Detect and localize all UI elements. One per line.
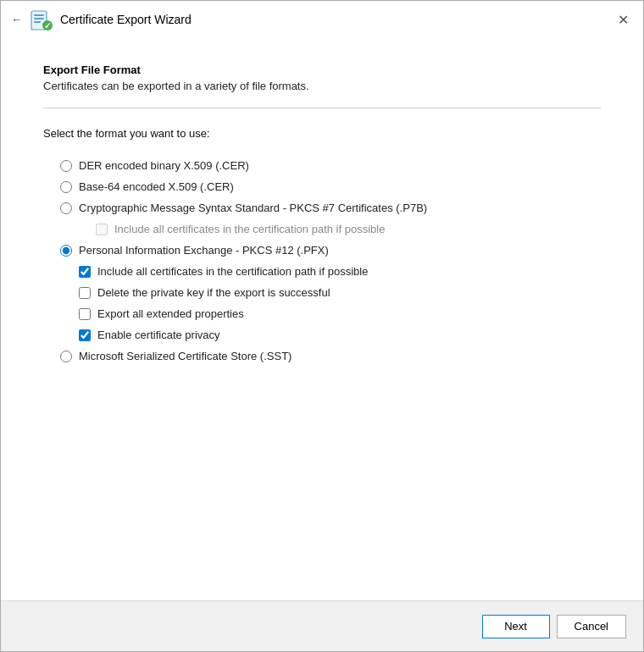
back-arrow-button[interactable]: ← — [11, 13, 23, 26]
checkbox-crypto-include-input — [96, 224, 108, 235]
divider — [43, 108, 601, 108]
svg-rect-2 — [34, 18, 44, 19]
checkbox-pfx-include-certs-input[interactable] — [79, 266, 91, 278]
cancel-button[interactable]: Cancel — [557, 615, 626, 638]
dialog-window: ← ✓ Certificate Export Wizard ✕ Export F… — [0, 0, 644, 652]
radio-der-label: DER encoded binary X.509 (.CER) — [79, 159, 249, 172]
svg-text:✓: ✓ — [44, 21, 51, 30]
radio-sst-label: Microsoft Serialized Certificate Store (… — [79, 350, 291, 362]
checkbox-pfx-include-certs-label: Include all certificates in the certific… — [97, 265, 368, 278]
checkbox-pfx-include-certs[interactable]: Include all certificates in the certific… — [79, 261, 601, 282]
checkbox-pfx-export-extended[interactable]: Export all extended properties — [79, 303, 601, 324]
radio-pfx-label: Personal Information Exchange - PKCS #12… — [79, 244, 329, 257]
radio-base64-label: Base-64 encoded X.509 (.CER) — [79, 180, 234, 193]
radio-pfx[interactable]: Personal Information Exchange - PKCS #12… — [43, 240, 601, 261]
wizard-icon: ✓ — [30, 8, 53, 31]
section-title: Export File Format — [43, 64, 601, 76]
checkbox-crypto-include[interactable]: Include all certificates in the certific… — [96, 218, 601, 240]
checkbox-pfx-delete-key-label: Delete the private key if the export is … — [97, 286, 330, 299]
checkbox-pfx-enable-privacy-input[interactable] — [79, 329, 91, 341]
close-button[interactable]: ✕ — [613, 9, 633, 30]
radio-crypto-input[interactable] — [60, 202, 72, 214]
checkbox-crypto-include-label: Include all certificates in the certific… — [114, 223, 385, 235]
checkbox-pfx-export-extended-input[interactable] — [79, 308, 91, 320]
radio-base64[interactable]: Base-64 encoded X.509 (.CER) — [43, 176, 601, 197]
title-bar: ← ✓ Certificate Export Wizard ✕ — [1, 1, 643, 38]
checkbox-pfx-delete-key-input[interactable] — [79, 287, 91, 299]
radio-der[interactable]: DER encoded binary X.509 (.CER) — [43, 155, 601, 176]
radio-der-input[interactable] — [60, 160, 72, 172]
next-button[interactable]: Next — [482, 615, 550, 638]
radio-crypto[interactable]: Cryptographic Message Syntax Standard - … — [43, 197, 601, 218]
crypto-sub-options: Include all certificates in the certific… — [43, 218, 601, 240]
dialog-title: Certificate Export Wizard — [60, 13, 192, 26]
svg-rect-3 — [34, 21, 41, 23]
radio-crypto-label: Cryptographic Message Syntax Standard - … — [79, 202, 427, 214]
radio-base64-input[interactable] — [60, 181, 72, 193]
radio-pfx-input[interactable] — [60, 245, 72, 257]
checkbox-pfx-export-extended-label: Export all extended properties — [97, 307, 244, 320]
title-bar-left: ← ✓ Certificate Export Wizard — [11, 8, 192, 31]
radio-sst-input[interactable] — [60, 351, 72, 362]
checkbox-pfx-delete-key[interactable]: Delete the private key if the export is … — [79, 282, 601, 303]
pfx-sub-options: Include all certificates in the certific… — [43, 261, 601, 345]
format-options: DER encoded binary X.509 (.CER) Base-64 … — [43, 155, 601, 367]
content-area: Export File Format Certificates can be e… — [1, 38, 643, 600]
footer: Next Cancel — [1, 600, 643, 651]
svg-rect-1 — [34, 14, 44, 16]
section-description: Certificates can be exported in a variet… — [43, 80, 601, 92]
radio-sst[interactable]: Microsoft Serialized Certificate Store (… — [43, 345, 601, 367]
checkbox-pfx-enable-privacy[interactable]: Enable certificate privacy — [79, 324, 601, 345]
format-select-label: Select the format you want to use: — [43, 127, 601, 140]
checkbox-pfx-enable-privacy-label: Enable certificate privacy — [97, 329, 220, 341]
